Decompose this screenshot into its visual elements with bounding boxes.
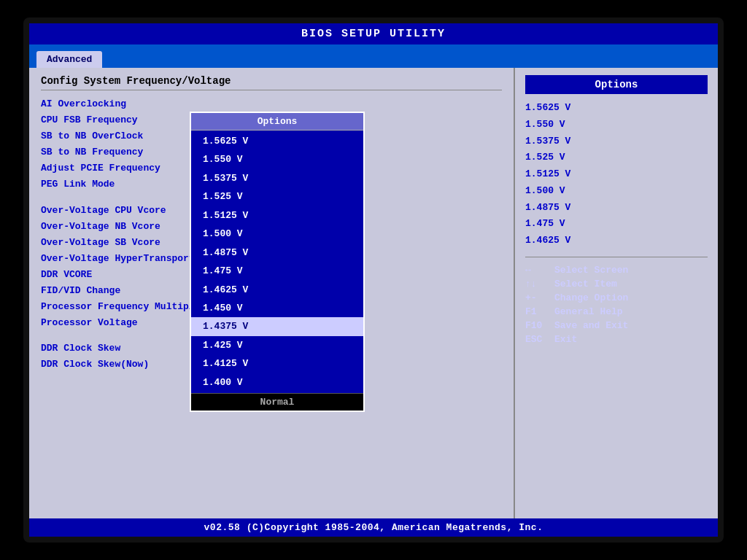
main-content: Config System Frequency/Voltage AI Overc…	[29, 68, 718, 518]
option-val-7: 1.475 V	[525, 216, 708, 233]
option-val-6: 1.4875 V	[525, 200, 708, 217]
dropdown-item-13[interactable]: 1.400 V	[191, 373, 363, 392]
help-row-general-help: F1 General Help	[525, 306, 708, 317]
option-val-5: 1.500 V	[525, 183, 708, 200]
dropdown-item-8[interactable]: 1.4625 V	[191, 281, 363, 299]
dropdown-item-6[interactable]: 1.4875 V	[191, 244, 363, 262]
help-label-change-option: Change Option	[554, 292, 628, 303]
option-val-4: 1.5125 V	[525, 166, 708, 183]
dropdown-item-4[interactable]: 1.5125 V	[191, 206, 363, 225]
right-divider	[525, 257, 708, 257]
dropdown-item-2[interactable]: 1.5375 V	[191, 169, 363, 187]
status-text: v02.58 (C)Copyright 1985-2004, American …	[204, 522, 543, 533]
help-label-save-exit: Save and Exit	[554, 320, 628, 331]
help-key-general-help: F1	[525, 306, 554, 317]
options-values: 1.5625 V 1.550 V 1.5375 V 1.525 V 1.5125…	[525, 100, 708, 249]
help-key-save-exit: F10	[525, 320, 554, 331]
title-bar: BIOS SETUP UTILITY	[29, 23, 718, 44]
help-row-select-item: ↑↓ Select Item	[525, 279, 708, 289]
left-panel: Config System Frequency/Voltage AI Overc…	[29, 68, 514, 518]
dropdown-overlay: Options 1.5625 V 1.550 V 1.5375 V 1.525 …	[190, 112, 365, 412]
right-panel: Options 1.5625 V 1.550 V 1.5375 V 1.525 …	[514, 68, 718, 518]
dropdown-footer: Normal	[191, 393, 363, 411]
help-label-general-help: General Help	[554, 306, 623, 317]
help-label-exit: Exit	[554, 334, 577, 345]
options-panel-header: Options	[525, 75, 708, 94]
option-val-3: 1.525 V	[525, 149, 708, 166]
help-row-select-screen: ↔ Select Screen	[525, 265, 708, 276]
dropdown-item-10[interactable]: 1.4375 V	[191, 317, 363, 335]
dropdown-item-3[interactable]: 1.525 V	[191, 187, 363, 206]
help-key-change-option: +-	[525, 292, 554, 303]
dropdown-item-0[interactable]: 1.5625 V	[191, 132, 363, 150]
dropdown-item-1[interactable]: 1.550 V	[191, 150, 363, 168]
help-key-select-screen: ↔	[525, 265, 554, 276]
help-label-select-item: Select Item	[554, 279, 617, 289]
help-label-select-screen: Select Screen	[554, 265, 628, 276]
help-key-select-item: ↑↓	[525, 279, 554, 289]
tab-advanced[interactable]: Advanced	[36, 51, 102, 68]
dropdown-item-12[interactable]: 1.4125 V	[191, 354, 363, 373]
option-val-1: 1.550 V	[525, 117, 708, 133]
help-row-exit: ESC Exit	[525, 334, 708, 345]
menu-item-ai-overclocking[interactable]: AI Overclocking	[41, 96, 502, 112]
dropdown-item-9[interactable]: 1.450 V	[191, 299, 363, 317]
help-row-change-option: +- Change Option	[525, 292, 708, 303]
monitor: BIOS SETUP UTILITY Advanced Config Syste…	[23, 18, 724, 542]
tabs-bar: Advanced	[29, 44, 718, 68]
option-val-8: 1.4625 V	[525, 233, 708, 249]
help-row-save-exit: F10 Save and Exit	[525, 320, 708, 331]
option-val-0: 1.5625 V	[525, 100, 708, 117]
section-title: Config System Frequency/Voltage	[41, 75, 502, 90]
app-title: BIOS SETUP UTILITY	[301, 28, 446, 40]
status-bar: v02.58 (C)Copyright 1985-2004, American …	[29, 518, 718, 537]
dropdown-item-11[interactable]: 1.425 V	[191, 336, 363, 354]
dropdown-item-7[interactable]: 1.475 V	[191, 262, 363, 280]
help-key-exit: ESC	[525, 334, 554, 345]
dropdown-list[interactable]: 1.5625 V 1.550 V 1.5375 V 1.525 V 1.5125…	[191, 131, 363, 393]
help-table: ↔ Select Screen ↑↓ Select Item +- Change…	[525, 265, 708, 345]
dropdown-header: Options	[191, 113, 363, 131]
dropdown-item-5[interactable]: 1.500 V	[191, 225, 363, 243]
option-val-2: 1.5375 V	[525, 133, 708, 150]
